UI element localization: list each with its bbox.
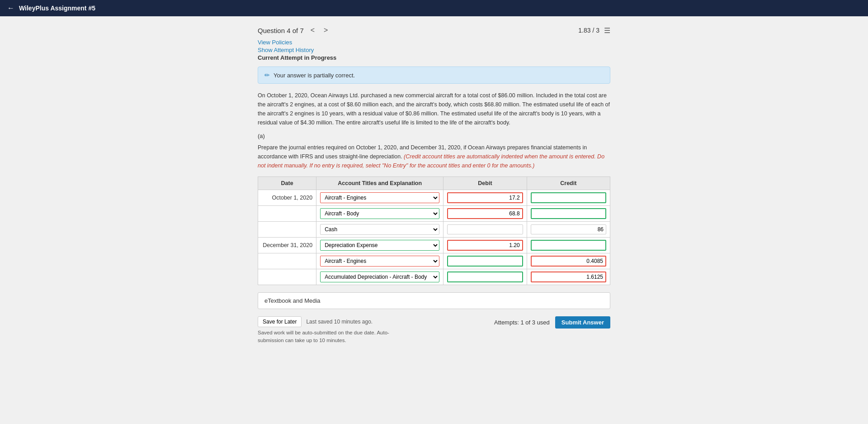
journal-table: Date Account Titles and Explanation Debi… [258, 176, 610, 285]
part-label: (a) [258, 133, 610, 139]
credit-input-5[interactable] [531, 272, 606, 282]
account-select-5[interactable]: Aircraft - EnginesAircraft - BodyCashDep… [320, 272, 439, 282]
credit-input-2[interactable] [531, 224, 606, 234]
col-debit: Debit [443, 177, 527, 190]
question-label: Question 4 of 7 [258, 27, 304, 34]
topbar: ← WileyPlus Assignment #5 [0, 0, 868, 16]
submit-answer-button[interactable]: Submit Answer [555, 316, 610, 329]
footer-area: Save for Later Last saved 10 minutes ago… [258, 316, 610, 345]
back-button[interactable]: ← [7, 4, 14, 12]
journal-date-0: October 1, 2020 [258, 190, 316, 206]
account-select-0[interactable]: Aircraft - EnginesAircraft - BodyCashDep… [320, 192, 439, 203]
show-attempt-history-link[interactable]: Show Attempt History [258, 47, 610, 53]
question-text: On October 1, 2020, Ocean Airways Ltd. p… [258, 91, 610, 127]
col-account: Account Titles and Explanation [316, 177, 443, 190]
debit-input-5[interactable] [447, 272, 523, 282]
journal-account-cell-2: Aircraft - EnginesAircraft - BodyCashDep… [316, 222, 443, 238]
last-saved-text: Last saved 10 minutes ago. [306, 319, 373, 325]
debit-input-3[interactable] [447, 240, 523, 251]
question-nav: Question 4 of 7 < > [258, 25, 330, 35]
auto-submit-text: Saved work will be auto-submitted on the… [258, 329, 393, 345]
journal-account-cell-0: Aircraft - EnginesAircraft - BodyCashDep… [316, 190, 443, 206]
journal-account-cell-4: Aircraft - EnginesAircraft - BodyCashDep… [316, 253, 443, 269]
journal-date-4 [258, 253, 316, 269]
view-policies-link[interactable]: View Policies [258, 39, 610, 46]
col-credit: Credit [527, 177, 610, 190]
footer-right: Attempts: 1 of 3 used Submit Answer [494, 316, 610, 329]
journal-debit-cell-4 [443, 253, 527, 269]
journal-debit-cell-2 [443, 222, 527, 238]
list-icon[interactable]: ☰ [604, 26, 610, 35]
save-later-button[interactable]: Save for Later [258, 316, 302, 327]
journal-account-cell-5: Aircraft - EnginesAircraft - BodyCashDep… [316, 269, 443, 285]
journal-credit-cell-1 [527, 206, 610, 222]
credit-input-4[interactable] [531, 256, 606, 267]
debit-input-2[interactable] [447, 224, 523, 234]
question-score: 1.83 / 3 ☰ [578, 26, 610, 35]
journal-date-3: December 31, 2020 [258, 238, 316, 253]
journal-date-1 [258, 206, 316, 222]
account-select-2[interactable]: Aircraft - EnginesAircraft - BodyCashDep… [320, 224, 439, 235]
journal-debit-cell-1 [443, 206, 527, 222]
journal-credit-cell-5 [527, 269, 610, 285]
col-date: Date [258, 177, 316, 190]
journal-debit-cell-3 [443, 238, 527, 253]
journal-account-cell-1: Aircraft - EnginesAircraft - BodyCashDep… [316, 206, 443, 222]
credit-input-0[interactable] [531, 192, 606, 203]
footer-left: Save for Later Last saved 10 minutes ago… [258, 316, 393, 345]
journal-debit-cell-5 [443, 269, 527, 285]
pencil-icon: ✏ [264, 71, 270, 79]
next-question-button[interactable]: > [321, 25, 330, 35]
instruction-text: Prepare the journal entries required on … [258, 143, 610, 170]
journal-credit-cell-4 [527, 253, 610, 269]
app-title: WileyPlus Assignment #5 [19, 5, 95, 12]
journal-credit-cell-0 [527, 190, 610, 206]
debit-input-0[interactable] [447, 192, 523, 203]
score-value: 1.83 / 3 [578, 27, 599, 34]
current-attempt-label: Current Attempt in Progress [258, 54, 610, 61]
prev-question-button[interactable]: < [308, 25, 317, 35]
partial-banner-text: Your answer is partially correct. [274, 72, 355, 79]
debit-input-1[interactable] [447, 208, 523, 219]
debit-input-4[interactable] [447, 256, 523, 267]
journal-date-2 [258, 222, 316, 238]
account-select-3[interactable]: Aircraft - EnginesAircraft - BodyCashDep… [320, 240, 439, 251]
etextbook-section: eTextbook and Media [258, 292, 610, 309]
etextbook-label: eTextbook and Media [264, 297, 321, 304]
account-select-1[interactable]: Aircraft - EnginesAircraft - BodyCashDep… [320, 208, 439, 219]
journal-debit-cell-0 [443, 190, 527, 206]
account-select-4[interactable]: Aircraft - EnginesAircraft - BodyCashDep… [320, 256, 439, 267]
credit-input-1[interactable] [531, 208, 606, 219]
credit-input-3[interactable] [531, 240, 606, 251]
journal-account-cell-3: Aircraft - EnginesAircraft - BodyCashDep… [316, 238, 443, 253]
partial-correct-banner: ✏ Your answer is partially correct. [258, 67, 610, 84]
journal-credit-cell-3 [527, 238, 610, 253]
question-header: Question 4 of 7 < > 1.83 / 3 ☰ [258, 25, 610, 35]
attempts-text: Attempts: 1 of 3 used [494, 319, 550, 326]
journal-credit-cell-2 [527, 222, 610, 238]
journal-date-5 [258, 269, 316, 285]
